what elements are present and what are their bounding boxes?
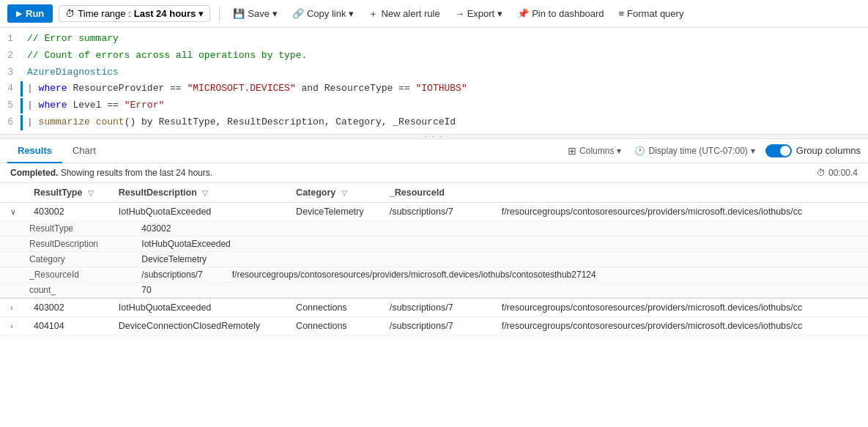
time-range-button[interactable]: ⏱ Time range : Last 24 hours ▾ [59, 5, 210, 22]
export-icon: → [455, 8, 464, 19]
cell-result-type-3: 404104 [26, 316, 111, 335]
code-text-4: | where ResourceProvider == "MICROSOFT.D… [27, 81, 868, 97]
expanded-detail-row: Category DeviceTelemetry [0, 251, 868, 267]
th-category[interactable]: Category ▽ [289, 183, 382, 203]
cell-resource-id-2: /subscriptions/7 f/resourcegroups/contos… [382, 298, 868, 317]
results-table: ResultType ▽ ResultDescription ▽ Categor… [0, 183, 868, 335]
cell-result-desc-2: IotHubQuotaExceeded [111, 298, 289, 317]
table-header: ResultType ▽ ResultDescription ▽ Categor… [0, 183, 868, 203]
display-time-button[interactable]: 🕐 Display time (UTC-07:00) ▾ [631, 144, 757, 157]
expanded-detail-row: _ResourceId /subscriptions/7 f/resourceg… [0, 267, 868, 282]
detail-result-desc: ResultDescription IotHubQuotaExceeded [0, 236, 868, 251]
expanded-detail-row: ResultType 403002 [0, 220, 868, 236]
cell-result-type-2: 403002 [26, 298, 111, 317]
group-columns-toggle[interactable] [765, 144, 792, 157]
pin-to-dashboard-label: Pin to dashboard [532, 8, 604, 19]
status-bar: Completed. Showing results from the last… [0, 163, 868, 183]
tab-options: ⊞ Columns ▾ 🕐 Display time (UTC-07:00) ▾… [565, 144, 861, 158]
tab-bar: Results Chart ⊞ Columns ▾ 🕐 Display time… [0, 139, 868, 163]
chevron-down-icon-time: ▾ [751, 146, 755, 156]
results-table-wrap[interactable]: ResultType ▽ ResultDescription ▽ Categor… [0, 183, 868, 335]
group-columns-label: Group columns [796, 145, 861, 156]
export-label: Export [467, 8, 495, 19]
format-icon: ≡ [619, 8, 625, 19]
new-alert-rule-button[interactable]: ＋ New alert rule [364, 5, 444, 23]
clock-icon-2: 🕐 [634, 146, 645, 156]
code-text-3: AzureDiagnostics [27, 65, 868, 81]
code-line-6: 6 | summarize count() by ResultType, Res… [0, 114, 868, 131]
tab-results[interactable]: Results [7, 139, 62, 163]
filter-icon-2[interactable]: ▽ [202, 189, 208, 197]
detail-result-type: ResultType 403002 [0, 220, 868, 236]
chevron-down-icon-save: ▾ [272, 8, 278, 19]
expanded-detail-row: ResultDescription IotHubQuotaExceeded [0, 236, 868, 251]
toolbar: ▶ Run ⏱ Time range : Last 24 hours ▾ 💾 S… [0, 0, 868, 28]
columns-button[interactable]: ⊞ Columns ▾ [565, 144, 624, 158]
save-button[interactable]: 💾 Save ▾ [229, 6, 282, 21]
expand-button-2[interactable]: › [7, 303, 16, 312]
th-resource-id: _ResourceId [382, 183, 868, 203]
clock-icon: ⏱ [65, 8, 75, 19]
copy-link-button[interactable]: 🔗 Copy link ▾ [288, 6, 358, 21]
expand-cell-2[interactable]: › [0, 298, 26, 317]
run-label: Run [26, 8, 44, 19]
collapse-button[interactable]: ∨ [7, 207, 19, 217]
cell-category-3: Connections [289, 316, 382, 335]
chevron-down-icon-columns: ▾ [617, 146, 621, 156]
time-range-prefix: Time range : [78, 8, 131, 19]
expand-cell-3[interactable]: › [0, 316, 26, 335]
cell-category-2: Connections [289, 298, 382, 317]
pin-icon: 📌 [517, 8, 529, 19]
status-text: Showing results from the last 24 hours. [61, 168, 212, 178]
separator [219, 7, 220, 21]
table-row: › 404104 DeviceConnectionClosedRemotely … [0, 316, 868, 335]
time-badge: ⏱ 00:00.4 [817, 168, 858, 178]
expanded-detail-row: count_ 70 [0, 282, 868, 298]
plus-icon: ＋ [368, 7, 378, 21]
run-button[interactable]: ▶ Run [7, 4, 53, 23]
cell-result-desc: IotHubQuotaExceeded [111, 202, 289, 220]
chevron-down-icon-export: ▾ [497, 8, 502, 19]
save-label: Save [248, 8, 270, 19]
copy-link-label: Copy link [307, 8, 346, 19]
code-line-2: 2 // Count of errors across all operatio… [0, 48, 868, 64]
cell-resource-id-3: /subscriptions/7 f/resourcegroups/contos… [382, 316, 868, 335]
code-text-6: | summarize count() by ResultType, Resul… [27, 115, 868, 130]
save-icon: 💾 [233, 8, 245, 19]
code-editor[interactable]: 1 // Error summary 2 // Count of errors … [0, 28, 868, 135]
detail-category: Category DeviceTelemetry [0, 251, 868, 267]
table-row: › 403002 IotHubQuotaExceeded Connections… [0, 298, 868, 317]
elapsed-time: 00:00.4 [828, 168, 858, 178]
th-result-type[interactable]: ResultType ▽ [26, 183, 111, 203]
code-line-4: 4 | where ResourceProvider == "MICROSOFT… [0, 81, 868, 97]
detail-resource-id: _ResourceId /subscriptions/7 f/resourceg… [0, 267, 868, 282]
cell-resource-id: /subscriptions/7 f/resourcegroups/contos… [382, 202, 868, 220]
group-columns-toggle-container: Group columns [765, 144, 861, 157]
cell-result-desc-3: DeviceConnectionClosedRemotely [111, 316, 289, 335]
link-icon: 🔗 [292, 8, 304, 19]
filter-icon-1[interactable]: ▽ [88, 189, 94, 197]
completed-label: Completed. [10, 168, 58, 178]
status-message: Completed. Showing results from the last… [10, 168, 212, 178]
code-line-3: 3 AzureDiagnostics [0, 64, 868, 81]
filter-icon-3[interactable]: ▽ [341, 189, 347, 197]
new-alert-rule-label: New alert rule [381, 8, 439, 19]
detail-count: count_ 70 [0, 282, 868, 298]
pin-to-dashboard-button[interactable]: 📌 Pin to dashboard [513, 6, 608, 21]
expand-cell[interactable]: ∨ [0, 202, 26, 220]
tab-chart[interactable]: Chart [62, 139, 106, 163]
table-body: ∨ 403002 IotHubQuotaExceeded DeviceTelem… [0, 202, 868, 335]
th-result-desc[interactable]: ResultDescription ▽ [111, 183, 289, 203]
play-icon: ▶ [16, 10, 22, 18]
th-expand [0, 183, 26, 203]
export-button[interactable]: → Export ▾ [450, 6, 508, 21]
results-area: Results Chart ⊞ Columns ▾ 🕐 Display time… [0, 139, 868, 335]
timer-icon: ⏱ [817, 168, 826, 178]
expand-button-3[interactable]: › [7, 322, 16, 330]
code-text-5: | where Level == "Error" [27, 98, 868, 114]
columns-icon: ⊞ [568, 145, 576, 157]
chevron-down-icon: ▾ [199, 8, 204, 19]
columns-label: Columns [579, 146, 614, 156]
code-line-5: 5 | where Level == "Error" [0, 97, 868, 114]
format-query-button[interactable]: ≡ Format query [615, 6, 689, 21]
